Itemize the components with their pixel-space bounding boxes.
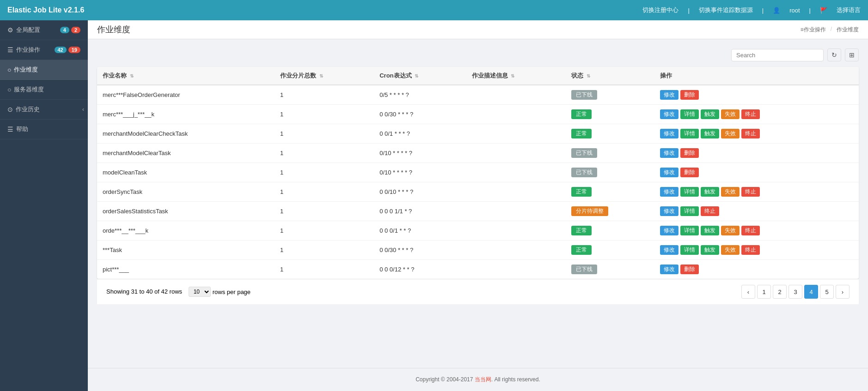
cell-actions: 修改详情触发失效终止	[654, 105, 859, 124]
action-btn-触发[interactable]: 触发	[701, 226, 719, 235]
cell-status: 正常	[566, 221, 654, 241]
cell-cron: 0 0/1 * * * ?	[374, 124, 466, 144]
action-btn-修改[interactable]: 修改	[660, 129, 679, 138]
cell-cron: 0/10 * * * * ?	[374, 163, 466, 182]
cell-status: 已下线	[566, 163, 654, 182]
action-btn-删除[interactable]: 删除	[680, 265, 699, 274]
action-btn-修改[interactable]: 修改	[660, 148, 679, 158]
action-btn-终止[interactable]: 终止	[701, 206, 719, 216]
pagination-bar: Showing 31 to 40 of 42 rows 10 20 50 row…	[97, 279, 859, 304]
sidebar-item-job-history[interactable]: ⊙作业历史‹	[0, 100, 88, 120]
action-btn-终止[interactable]: 终止	[741, 109, 760, 119]
action-btn-删除[interactable]: 删除	[680, 148, 699, 158]
sidebar: ⚙全局配置42☰作业操作4219○作业维度○服务器维度⊙作业历史‹☰帮助	[0, 20, 88, 391]
col-header-cron[interactable]: Cron表达式 ⇅	[374, 67, 466, 85]
cell-status: 已下线	[566, 85, 654, 105]
action-btn-删除[interactable]: 删除	[680, 168, 699, 177]
cell-shards: 1	[275, 241, 374, 260]
col-header-job-name[interactable]: 作业名称 ⇅	[97, 67, 275, 85]
columns-button[interactable]: ⊞	[845, 48, 859, 61]
action-btn-失效[interactable]: 失效	[721, 245, 740, 255]
user-label[interactable]: root	[789, 7, 800, 14]
cell-cron: 0/10 * * * * ?	[374, 144, 466, 163]
action-btn-触发[interactable]: 触发	[701, 245, 719, 255]
cell-job-name: pict***___	[97, 260, 275, 279]
switch-tracker-link[interactable]: 切换事件追踪数据源	[699, 6, 753, 14]
col-header-shards[interactable]: 作业分片总数 ⇅	[275, 67, 374, 85]
action-btn-触发[interactable]: 触发	[701, 187, 719, 197]
sidebar-item-job-dim[interactable]: ○作业维度	[0, 60, 88, 80]
sidebar-icon-server-dim: ○	[7, 86, 11, 93]
action-btn-修改[interactable]: 修改	[660, 226, 679, 235]
action-btn-终止[interactable]: 终止	[741, 226, 760, 235]
collapse-icon-job-history[interactable]: ‹	[82, 106, 84, 113]
breadcrumb-dim[interactable]: 作业维度	[837, 26, 859, 34]
cell-shards: 1	[275, 260, 374, 279]
action-btn-修改[interactable]: 修改	[660, 187, 679, 197]
switch-registry-link[interactable]: 切换注册中心	[642, 6, 679, 14]
content-area: ↻ ⊞ 作业名称 ⇅作业分片总数 ⇅Cron表达式 ⇅作业描述信息 ⇅状态 ⇅操…	[88, 39, 868, 368]
page-prev-btn[interactable]: ‹	[741, 285, 755, 299]
action-btn-失效[interactable]: 失效	[721, 109, 740, 119]
cell-shards: 1	[275, 221, 374, 241]
action-btn-详情[interactable]: 详情	[680, 226, 699, 235]
showing-text: Showing 31 to 40 of 42 rows	[106, 288, 182, 295]
cell-desc	[466, 105, 566, 124]
table-row: orderSalesStatisticsTask10 0 0 1/1 * ?分片…	[97, 202, 859, 221]
user-icon: 👤	[773, 7, 780, 14]
col-header-status[interactable]: 状态 ⇅	[566, 67, 654, 85]
action-btn-删除[interactable]: 删除	[680, 90, 699, 100]
action-btn-失效[interactable]: 失效	[721, 187, 740, 197]
cell-actions: 修改删除	[654, 85, 859, 105]
cell-status: 正常	[566, 182, 654, 202]
cell-desc	[466, 260, 566, 279]
page-btn-5[interactable]: 5	[820, 285, 834, 299]
breadcrumb: ≡作业操作 / 作业维度	[801, 26, 859, 34]
action-btn-失效[interactable]: 失效	[721, 226, 740, 235]
action-btn-终止[interactable]: 终止	[741, 187, 760, 197]
page-btn-3[interactable]: 3	[789, 285, 802, 299]
badge-global-config-red: 2	[71, 27, 80, 33]
rows-per-page-select[interactable]: 10 20 50	[189, 287, 211, 297]
footer-rights: . All rights reserved.	[491, 376, 540, 383]
breadcrumb-ops[interactable]: ≡作业操作	[801, 26, 826, 34]
page-btn-1[interactable]: 1	[757, 285, 771, 299]
sidebar-item-global-config[interactable]: ⚙全局配置42	[0, 20, 88, 40]
cell-job-name: modelCleanTask	[97, 163, 275, 182]
action-btn-修改[interactable]: 修改	[660, 168, 679, 177]
cell-shards: 1	[275, 124, 374, 144]
sidebar-label-job-ops: 作业操作	[16, 46, 52, 54]
sidebar-item-help[interactable]: ☰帮助	[0, 120, 88, 139]
sidebar-item-job-ops[interactable]: ☰作业操作4219	[0, 40, 88, 60]
refresh-button[interactable]: ↻	[827, 48, 841, 61]
action-btn-终止[interactable]: 终止	[741, 245, 760, 255]
action-btn-修改[interactable]: 修改	[660, 245, 679, 255]
action-btn-修改[interactable]: 修改	[660, 206, 679, 216]
page-btn-2[interactable]: 2	[773, 285, 787, 299]
action-btn-失效[interactable]: 失效	[721, 129, 740, 138]
page-next-btn[interactable]: ›	[836, 285, 850, 299]
lang-selector[interactable]: 选择语言	[837, 6, 861, 14]
cell-cron: 0 0 0 1/1 * ?	[374, 202, 466, 221]
action-btn-详情[interactable]: 详情	[680, 109, 699, 119]
cell-actions: 修改详情终止	[654, 202, 859, 221]
page-btn-4[interactable]: 4	[804, 285, 818, 299]
action-btn-详情[interactable]: 详情	[680, 206, 699, 216]
action-btn-详情[interactable]: 详情	[680, 245, 699, 255]
action-btn-修改[interactable]: 修改	[660, 265, 679, 274]
footer-copy: Copyright © 2004-2017	[416, 376, 475, 383]
top-nav: Elastic Job Lite v2.1.6 切换注册中心 | 切换事件追踪数…	[0, 0, 868, 20]
cell-desc	[466, 221, 566, 241]
search-input[interactable]	[731, 49, 824, 61]
action-btn-详情[interactable]: 详情	[680, 187, 699, 197]
action-btn-修改[interactable]: 修改	[660, 90, 679, 100]
action-btn-详情[interactable]: 详情	[680, 129, 699, 138]
sidebar-label-server-dim: 服务器维度	[14, 85, 80, 94]
col-header-desc[interactable]: 作业描述信息 ⇅	[466, 67, 566, 85]
action-btn-触发[interactable]: 触发	[701, 129, 719, 138]
sidebar-item-server-dim[interactable]: ○服务器维度	[0, 80, 88, 100]
action-btn-触发[interactable]: 触发	[701, 109, 719, 119]
action-btn-修改[interactable]: 修改	[660, 109, 679, 119]
action-btn-终止[interactable]: 终止	[741, 129, 760, 138]
footer-link[interactable]: 当当网	[475, 376, 491, 383]
